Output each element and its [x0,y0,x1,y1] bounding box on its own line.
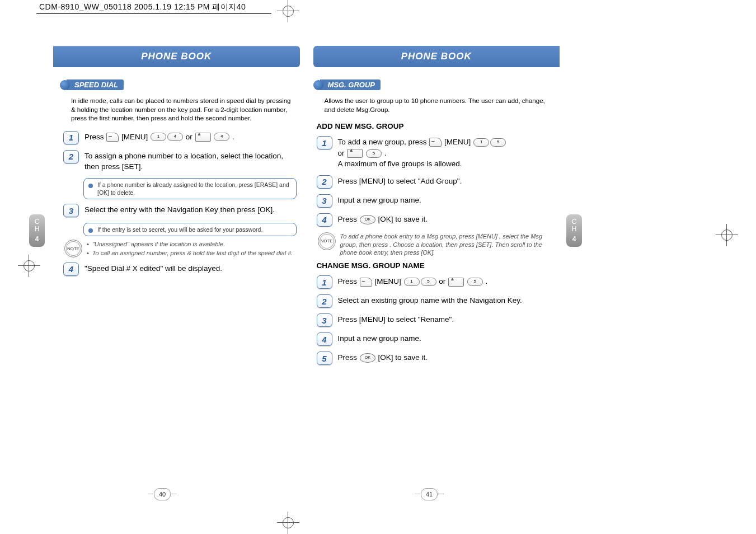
key-5-icon: 5 [467,278,483,286]
step-1: 1 Press [MENU] 14 or 4 . [63,131,297,144]
page-title: PHONE BOOK [313,46,560,67]
manual-spread: PHONE BOOK SPEED DIAL In idle mode, call… [53,24,560,477]
registration-mark-right [716,224,738,246]
add-step-2: 2Press [MENU] to select "Add Group". [317,175,550,189]
subheading-change-group: CHANGE MSG. GROUP NAME [317,261,550,270]
page-40: PHONE BOOK SPEED DIAL In idle mode, call… [53,24,307,477]
page-title: PHONE BOOK [53,46,300,67]
chapter-tab-left: CH4 [29,214,45,247]
registration-mark-left [18,255,40,277]
ok-key-icon: OK [360,215,375,224]
key-5-icon: 5 [421,278,436,286]
nav-key-icon [448,278,464,287]
add-step-1: 1 To add a new group, press [MENU] 15 or… [317,136,550,170]
intro-text: Allows the user to group up to 10 phone … [325,97,550,114]
note-block: NOTE "Unassigned" appears if the locatio… [64,240,297,258]
softkey-icon [429,138,442,147]
bullet-icon [88,228,93,233]
step-3: 3 Select the entry with the Navigation K… [63,204,297,217]
ok-key-icon: OK [360,353,375,363]
chg-step-1: 1 Press [MENU] 15 or 5 . [317,275,550,289]
registration-mark-top [277,0,299,22]
tip-box: If the entry is set to secret, you will … [83,223,297,236]
key-5-icon: 5 [490,138,506,147]
key-5-icon: 5 [366,149,382,158]
note-icon: NOTE [64,240,82,257]
softkey-icon [106,133,119,142]
page-number-right: 41 [421,488,438,500]
subheading-add-group: ADD NEW MSG. GROUP [317,122,550,130]
chg-step-3: 3Press [MENU] to select "Rename". [317,313,550,327]
intro-text: In idle mode, calls can be placed to num… [71,97,297,123]
note-icon: NOTE [318,232,336,250]
chg-step-2: 2Select an existing group name with the … [317,294,550,308]
registration-mark-bottom [277,512,299,534]
tip-box: If a phone number is already assigned to… [83,178,297,199]
bullet-icon [88,184,93,188]
bullet-icon [313,80,323,90]
key-4-icon: 4 [214,133,229,141]
chapter-tab-right: CH4 [566,214,582,247]
softkey-icon [360,278,372,287]
section-speed-dial: SPEED DIAL [60,79,124,90]
section-msg-group: MSG. GROUP [313,79,381,90]
source-filename: CDM-8910_WW_050118 2005.1.19 12:15 PM 페이… [39,2,246,12]
key-4-icon: 4 [167,133,183,141]
nav-key-icon [347,149,363,158]
nav-key-icon [195,133,211,142]
add-step-3: 3Input a new group name. [317,194,550,208]
bullet-icon [60,80,70,90]
note-block: NOTE To add a phone book entry to a Msg … [318,232,550,257]
page-number-left: 40 [154,488,171,500]
step-4: 4 "Speed Dial # X edited" will be displa… [63,263,297,276]
step-2: 2 To assign a phone number to a location… [63,150,297,172]
chg-step-4: 4Input a new group name. [317,332,550,346]
page-41: PHONE BOOK MSG. GROUP Allows the user to… [307,24,560,477]
key-1-icon: 1 [404,278,420,286]
key-1-icon: 1 [151,133,166,141]
chg-step-5: 5Press OK [OK] to save it. [317,352,550,365]
key-1-icon: 1 [473,138,489,147]
add-step-4: 4Press OK [OK] to save it. [317,213,550,227]
